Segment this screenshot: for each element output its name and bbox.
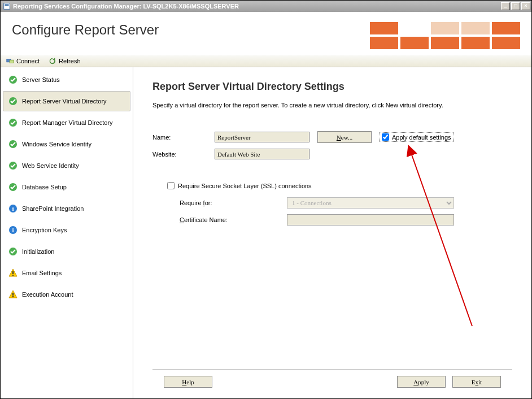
svg-rect-0: [4, 3, 10, 10]
sidebar-item-label: Report Manager Virtual Directory: [22, 119, 113, 126]
svg-rect-16: [12, 275, 14, 276]
check-icon: [8, 140, 18, 149]
sidebar-item-label: Execution Account: [22, 291, 73, 298]
sidebar-item-encryption-keys[interactable]: i Encryption Keys: [3, 220, 130, 240]
main-panel: Report Server Virtual Directory Settings…: [133, 67, 531, 398]
minimize-button[interactable]: _: [501, 2, 510, 10]
name-row: Name: NNew...ew... Apply default setting…: [152, 131, 512, 143]
svg-rect-15: [12, 271, 14, 274]
sidebar-item-server-status[interactable]: Server Status: [3, 70, 130, 90]
sidebar-item-report-manager-vdir[interactable]: Report Manager Virtual Directory: [3, 112, 130, 133]
cert-name-input: [287, 214, 454, 225]
sidebar-item-report-server-vdir[interactable]: Report Server Virtual Directory: [3, 91, 130, 111]
sidebar: Server Status Report Server Virtual Dire…: [1, 67, 133, 398]
svg-text:i: i: [12, 205, 14, 212]
sidebar-item-label: Report Server Virtual Directory: [22, 98, 107, 105]
window-buttons: _ □ ×: [501, 2, 531, 10]
require-for-select: 1 - Connections: [287, 197, 454, 209]
website-label: Website:: [152, 151, 215, 158]
svg-text:i: i: [12, 227, 14, 233]
new-button[interactable]: NNew...ew...: [317, 131, 372, 143]
apply-default-checkbox[interactable]: Apply default settings: [380, 132, 453, 142]
toolbar: Connect Refresh: [1, 55, 531, 67]
sidebar-item-initialization[interactable]: Initialization: [3, 241, 130, 262]
sidebar-item-label: Email Settings: [22, 270, 62, 276]
app-icon: [3, 2, 11, 10]
decorative-tiles: [370, 22, 520, 49]
require-for-row: Require for: 1 - Connections: [180, 197, 512, 209]
titlebar: Reporting Services Configuration Manager…: [1, 1, 531, 12]
connect-icon: [6, 57, 14, 65]
body: Server Status Report Server Virtual Dire…: [1, 67, 531, 398]
connect-label: Connect: [16, 58, 40, 64]
sidebar-item-web-service-identity[interactable]: Web Service Identity: [3, 155, 130, 176]
check-icon: [8, 75, 18, 84]
apply-default-check-input[interactable]: [382, 133, 389, 141]
name-input[interactable]: [215, 132, 309, 142]
refresh-icon: [49, 57, 56, 65]
window-title: Reporting Services Configuration Manager…: [13, 3, 501, 10]
website-input: [215, 149, 309, 159]
ssl-label: Require Secure Socket Layer (SSL) connec…: [178, 183, 312, 189]
exit-button[interactable]: Exit: [452, 376, 501, 388]
warn-icon: [8, 290, 18, 299]
check-icon: [8, 161, 18, 170]
sidebar-item-label: SharePoint Integration: [22, 205, 84, 212]
sidebar-item-windows-service-identity[interactable]: Windows Service Identity: [3, 134, 130, 154]
sidebar-item-sharepoint-integration[interactable]: i SharePoint Integration: [3, 198, 130, 219]
ssl-checkbox-row: Require Secure Socket Layer (SSL) connec…: [167, 182, 512, 189]
refresh-button[interactable]: Refresh: [46, 57, 83, 66]
sidebar-item-database-setup[interactable]: Database Setup: [3, 177, 130, 197]
help-button[interactable]: Help: [164, 376, 212, 388]
sidebar-item-email-settings[interactable]: Email Settings: [3, 263, 130, 283]
window: Reporting Services Configuration Manager…: [0, 0, 532, 399]
cert-name-row: Certificate Name:: [180, 214, 512, 225]
apply-default-label: Apply default settings: [392, 134, 451, 141]
sidebar-item-label: Web Service Identity: [22, 162, 79, 169]
sidebar-item-label: Initialization: [22, 248, 54, 255]
page-title: Report Server Virtual Directory Settings: [152, 81, 512, 93]
info-icon: i: [8, 204, 18, 213]
ssl-checkbox[interactable]: [167, 182, 175, 189]
check-icon: [8, 118, 18, 127]
sidebar-item-label: Encryption Keys: [22, 227, 67, 233]
svg-rect-1: [5, 5, 9, 6]
check-icon: [8, 247, 18, 256]
refresh-label: Refresh: [59, 58, 81, 64]
sidebar-item-execution-account[interactable]: Execution Account: [3, 284, 130, 305]
ssl-section: Require Secure Socket Layer (SSL) connec…: [167, 182, 512, 231]
sidebar-item-label: Windows Service Identity: [22, 141, 91, 148]
cert-name-label: Certificate Name:: [180, 216, 287, 223]
header-title: Configure Report Server: [12, 22, 370, 38]
svg-rect-17: [12, 293, 14, 296]
apply-button[interactable]: Apply: [397, 376, 446, 388]
connect-button[interactable]: Connect: [4, 57, 42, 66]
footer: Help Help Apply Apply Exit Exit: [152, 369, 512, 394]
page-description: Specify a virtual directory for the repo…: [152, 102, 512, 109]
warn-icon: [8, 268, 18, 277]
require-for-label: Require for:: [180, 200, 287, 206]
check-icon: [8, 97, 18, 106]
maximize-button[interactable]: □: [511, 2, 520, 10]
svg-rect-3: [10, 60, 14, 63]
website-row: Website:: [152, 149, 512, 159]
sidebar-item-label: Server Status: [22, 76, 60, 83]
name-label: Name:: [152, 134, 215, 141]
svg-rect-18: [12, 296, 14, 297]
info-icon: i: [8, 225, 18, 235]
header: Configure Report Server: [1, 12, 531, 55]
check-icon: [8, 183, 18, 192]
close-button[interactable]: ×: [521, 2, 530, 10]
sidebar-item-label: Database Setup: [22, 184, 67, 190]
